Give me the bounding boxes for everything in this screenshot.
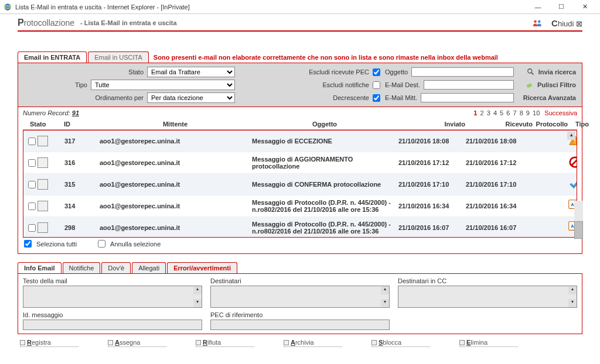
- table-row[interactable]: 298aoo1@gestorepec.unina.itMessaggio di …: [23, 217, 577, 238]
- row-inviato: 21/10/2016 16:34: [398, 202, 466, 210]
- deselect-all-label: Annulla selezione: [110, 241, 161, 248]
- row-id: 314: [64, 202, 100, 210]
- pulisci-filtro-button[interactable]: Pulisci Filtro: [519, 81, 576, 89]
- row-status-box[interactable]: [38, 201, 48, 211]
- dtab-info[interactable]: Info Email: [18, 262, 62, 273]
- email-dest-input[interactable]: [424, 80, 514, 90]
- escludi-pec-check[interactable]: [373, 68, 380, 76]
- row-mittente: aoo1@gestorepec.unina.it: [100, 159, 252, 166]
- row-inviato: 21/10/2016 17:10: [398, 181, 466, 188]
- search-icon: [527, 68, 535, 76]
- grid-body: ▴ 317aoo1@gestorepec.unina.itMessaggio d…: [23, 130, 577, 238]
- page-4[interactable]: 4: [493, 109, 497, 116]
- window-close[interactable]: ✕: [573, 0, 596, 14]
- row-status-box[interactable]: [38, 136, 48, 146]
- row-check[interactable]: [28, 224, 36, 232]
- close-button[interactable]: Chiudi ⊠: [551, 18, 582, 28]
- main-tabs: Email in ENTRATA Email in USCITA Sono pr…: [18, 51, 582, 63]
- oggetto-label: Oggetto: [385, 68, 408, 75]
- stato-select[interactable]: Email da Trattare: [147, 67, 235, 77]
- selection-row: Seleziona tutti Annulla selezione: [23, 238, 577, 250]
- oggetto-input[interactable]: [411, 67, 514, 77]
- ord-select[interactable]: Per data ricezione: [147, 92, 235, 103]
- deselect-all-check[interactable]: [98, 240, 105, 248]
- row-status-box[interactable]: [38, 222, 48, 233]
- table-row[interactable]: 316aoo1@gestorepec.unina.itMessaggio di …: [23, 152, 577, 174]
- ie-icon: [4, 3, 12, 11]
- row-ricevuto: 21/10/2016 18:08: [466, 138, 533, 145]
- square-icon: [459, 340, 465, 345]
- page-9[interactable]: 9: [526, 109, 530, 116]
- escludi-notif-label: Escludi notifiche: [323, 81, 370, 88]
- svg-line-9: [571, 159, 577, 166]
- page-8[interactable]: 8: [520, 109, 523, 116]
- decrescente-check[interactable]: [373, 94, 380, 102]
- row-check[interactable]: [28, 138, 36, 145]
- table-row[interactable]: 317aoo1@gestorepec.unina.itMessaggio di …: [23, 131, 577, 152]
- select-all-check[interactable]: [24, 240, 32, 248]
- dtab-notifiche[interactable]: Notifiche: [63, 262, 101, 273]
- actions-row: RegistraAssegnaRifiutaArchiviaSbloccaEli…: [18, 334, 582, 364]
- page-6[interactable]: 6: [506, 109, 510, 116]
- row-check[interactable]: [28, 159, 36, 167]
- tab-email-uscita[interactable]: Email in USCITA: [88, 51, 149, 63]
- row-check[interactable]: [28, 202, 36, 210]
- action-archivia[interactable]: Archivia: [284, 339, 342, 347]
- page-2[interactable]: 2: [480, 109, 484, 116]
- dest-textarea[interactable]: ▴▾: [210, 286, 390, 308]
- action-sblocca[interactable]: Sblocca: [371, 339, 430, 347]
- row-status-box[interactable]: [38, 157, 48, 168]
- escludi-notif-check[interactable]: [373, 81, 380, 89]
- tipo-label: Tipo: [75, 81, 87, 88]
- escludi-pec-label: Escludi ricevute PEC: [309, 68, 369, 75]
- tipo-select[interactable]: Tutte: [91, 80, 235, 90]
- page-3[interactable]: 3: [487, 109, 490, 116]
- vertical-scrollbar[interactable]: [574, 201, 583, 235]
- square-icon: [20, 340, 25, 345]
- dtab-dove[interactable]: Dov'è: [101, 262, 131, 273]
- dtab-errori[interactable]: Errori/avvertimenti: [167, 262, 237, 273]
- action-assegna[interactable]: Assegna: [108, 339, 166, 347]
- page-7[interactable]: 7: [513, 109, 516, 116]
- window-maximize[interactable]: ☐: [550, 0, 573, 14]
- scroll-up-button[interactable]: ▴: [567, 132, 575, 140]
- action-elimina[interactable]: Elimina: [459, 339, 518, 347]
- dtab-allegati[interactable]: Allegati: [132, 262, 166, 273]
- ricerca-avanzata-button[interactable]: Ricerca Avanzata: [519, 94, 576, 101]
- pecrif-label: PEC di riferimento: [210, 311, 390, 318]
- row-mittente: aoo1@gestorepec.unina.it: [100, 138, 252, 145]
- page-10[interactable]: 10: [533, 109, 540, 116]
- table-row[interactable]: 315aoo1@gestorepec.unina.itMessaggio di …: [23, 174, 577, 195]
- row-oggetto: Messaggio di Protocollo (D.P.R. n. 445/2…: [252, 199, 398, 213]
- row-inviato: 21/10/2016 18:08: [398, 138, 466, 145]
- row-ricevuto: 21/10/2016 17:10: [466, 181, 533, 188]
- page-next[interactable]: Successiva: [544, 109, 577, 116]
- svg-point-0: [5, 4, 11, 10]
- destcc-textarea[interactable]: ▴▾: [398, 286, 577, 308]
- row-check[interactable]: [28, 181, 36, 188]
- eraser-icon: [526, 81, 534, 89]
- window-minimize[interactable]: ―: [526, 0, 550, 14]
- row-id: 315: [64, 181, 100, 188]
- email-mitt-input[interactable]: [421, 93, 514, 102]
- table-row[interactable]: 314aoo1@gestorepec.unina.itMessaggio di …: [23, 195, 577, 217]
- action-rifiuta[interactable]: Rifiuta: [196, 339, 254, 347]
- col-mittente: Mittente: [99, 121, 251, 128]
- page-5[interactable]: 5: [500, 109, 503, 116]
- page-1[interactable]: 1: [473, 109, 477, 116]
- svg-point-2: [534, 20, 537, 23]
- row-mittente: aoo1@gestorepec.unina.it: [100, 202, 252, 210]
- svg-point-3: [538, 20, 541, 23]
- app-title: Protocollazione: [18, 18, 74, 28]
- row-status-box[interactable]: [38, 179, 48, 190]
- users-icon[interactable]: [533, 19, 543, 27]
- idmsg-input[interactable]: [23, 320, 202, 330]
- tab-email-entrata[interactable]: Email in ENTRATA: [18, 51, 87, 63]
- stato-label: Stato: [128, 68, 144, 75]
- invia-ricerca-button[interactable]: Invia ricerca: [519, 68, 576, 76]
- testo-textarea[interactable]: ▴▾: [23, 286, 202, 308]
- row-ricevuto: 21/10/2016 16:07: [466, 224, 533, 231]
- action-registra[interactable]: Registra: [20, 339, 79, 347]
- dest-label: Destinatari: [210, 277, 390, 284]
- pecrif-input[interactable]: [210, 320, 390, 330]
